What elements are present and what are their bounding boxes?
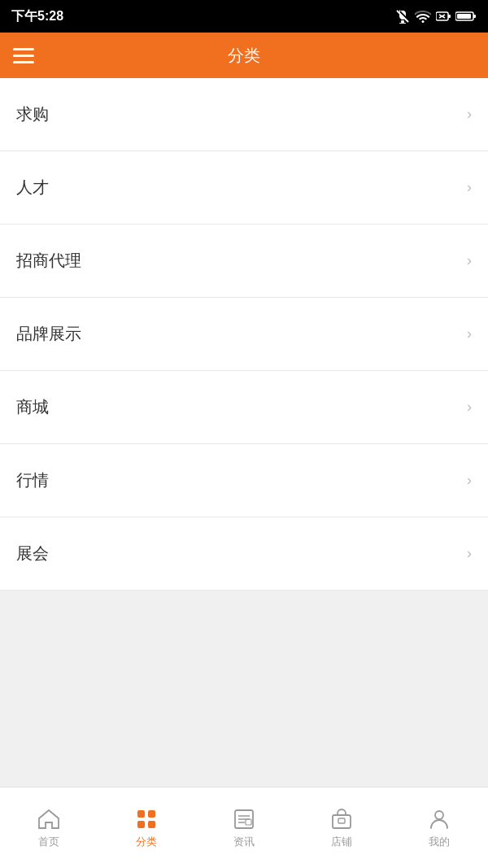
menu-item-label-shangcheng: 商城	[16, 396, 49, 418]
chevron-right-icon: ›	[467, 545, 472, 562]
nav-label-home: 首页	[38, 835, 59, 849]
svg-rect-12	[148, 821, 155, 828]
menu-line-2	[13, 55, 34, 57]
svg-rect-17	[246, 819, 251, 825]
category-list: 求购›人才›招商代理›品牌展示›商城›行情›展会›	[0, 78, 488, 591]
menu-item-pinpai[interactable]: 品牌展示›	[0, 298, 488, 371]
svg-rect-8	[457, 14, 471, 19]
svg-rect-7	[473, 15, 476, 18]
home-icon	[37, 807, 61, 831]
chevron-right-icon: ›	[467, 325, 472, 342]
menu-line-3	[13, 61, 34, 63]
nav-label-shop: 店铺	[331, 835, 352, 849]
content-area: 求购›人才›招商代理›品牌展示›商城›行情›展会›	[0, 78, 488, 787]
app-header: 分类	[0, 33, 488, 78]
menu-item-label-qiugou: 求购	[16, 103, 49, 125]
mute-icon	[395, 9, 410, 24]
shop-icon	[329, 807, 354, 831]
news-icon	[232, 807, 256, 831]
menu-item-label-zhanhui: 展会	[16, 543, 49, 565]
category-icon	[134, 807, 159, 831]
header-title: 分类	[228, 45, 260, 67]
menu-item-label-hangqing: 行情	[16, 469, 49, 491]
bottom-navigation: 首页 分类 资讯	[0, 787, 488, 868]
chevron-right-icon: ›	[467, 252, 472, 269]
nav-label-mine: 我的	[429, 835, 450, 849]
battery-icon	[455, 11, 477, 22]
menu-item-label-rencai: 人才	[16, 177, 49, 198]
svg-rect-0	[401, 20, 404, 23]
status-time: 下午5:28	[11, 8, 63, 25]
svg-rect-1	[399, 23, 406, 24]
status-icons	[395, 9, 477, 24]
chevron-right-icon: ›	[467, 472, 472, 489]
chevron-right-icon: ›	[467, 106, 472, 123]
svg-point-20	[435, 811, 443, 819]
svg-rect-11	[137, 821, 145, 828]
menu-item-hangqing[interactable]: 行情›	[0, 444, 488, 517]
svg-rect-19	[338, 818, 345, 823]
menu-item-zhaoshang[interactable]: 招商代理›	[0, 225, 488, 298]
menu-item-rencai[interactable]: 人才›	[0, 151, 488, 225]
menu-item-zhanhui[interactable]: 展会›	[0, 517, 488, 591]
menu-item-qiugou[interactable]: 求购›	[0, 78, 488, 151]
svg-rect-18	[333, 815, 351, 828]
menu-item-label-zhaoshang: 招商代理	[16, 250, 81, 272]
menu-item-shangcheng[interactable]: 商城›	[0, 371, 488, 444]
menu-line-1	[13, 48, 34, 50]
nav-item-category[interactable]: 分类	[98, 787, 195, 868]
status-bar: 下午5:28	[0, 0, 488, 33]
gray-spacer	[0, 591, 488, 787]
menu-item-label-pinpai: 品牌展示	[16, 323, 81, 345]
svg-rect-10	[148, 810, 155, 818]
nav-item-news[interactable]: 资讯	[195, 787, 293, 868]
nav-label-category: 分类	[136, 835, 157, 849]
nav-item-mine[interactable]: 我的	[390, 787, 488, 868]
chevron-right-icon: ›	[467, 179, 472, 196]
svg-rect-9	[137, 810, 145, 818]
wifi-icon	[415, 10, 431, 23]
nav-item-home[interactable]: 首页	[0, 787, 98, 868]
mine-icon	[427, 807, 451, 831]
nav-item-shop[interactable]: 店铺	[293, 787, 390, 868]
menu-button[interactable]	[13, 48, 34, 63]
page: 下午5:28	[0, 0, 488, 868]
svg-rect-3	[448, 15, 451, 18]
battery-x-icon	[436, 11, 451, 22]
chevron-right-icon: ›	[467, 399, 472, 416]
nav-label-news: 资讯	[233, 835, 255, 849]
